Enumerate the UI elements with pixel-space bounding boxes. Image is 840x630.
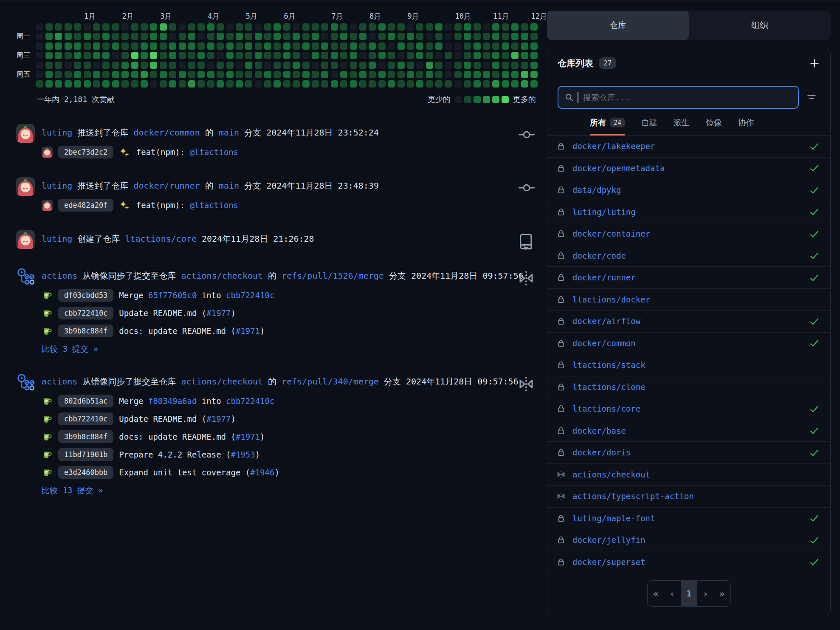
heatmap-cell[interactable] [188,52,195,59]
filter-tab-自建[interactable]: 自建 [641,117,657,136]
page-button-»[interactable]: » [714,581,730,606]
heatmap-cell[interactable] [521,52,528,59]
heatmap-cell[interactable] [464,33,471,40]
heatmap-cell[interactable] [112,80,119,88]
heatmap-cell[interactable] [321,33,328,40]
filter-button[interactable] [801,86,823,109]
inline-link[interactable]: @ltactions [190,201,238,210]
heatmap-cell[interactable] [502,80,509,88]
heatmap-cell[interactable] [474,42,481,50]
repo-link[interactable]: docker/container [572,229,650,238]
heatmap-cell[interactable] [426,62,433,69]
heatmap-cell[interactable] [445,71,452,78]
heatmap-cell[interactable] [102,33,110,40]
heatmap-cell[interactable] [217,52,224,59]
heatmap-cell[interactable] [197,71,205,78]
heatmap-cell[interactable] [331,71,338,78]
inline-link[interactable]: luting [42,234,72,244]
heatmap-cell[interactable] [217,62,224,69]
heatmap-cell[interactable] [236,52,243,59]
compare-commits-link[interactable]: 比较 3 提交 » [42,344,98,353]
inline-link[interactable]: @ltactions [190,147,238,157]
page-button-1[interactable]: 1 [681,581,697,606]
heatmap-cell[interactable] [511,62,519,69]
heatmap-cell[interactable] [255,80,262,88]
heatmap-cell[interactable] [407,62,414,69]
heatmap-cell[interactable] [302,80,310,88]
commit-hash[interactable]: cbb722410c [58,307,113,319]
repo-link[interactable]: ltactions/core [572,404,640,413]
heatmap-cell[interactable] [36,71,43,78]
heatmap-cell[interactable] [454,33,462,40]
heatmap-cell[interactable] [378,33,386,40]
heatmap-cell[interactable] [150,23,157,31]
heatmap-cell[interactable] [331,52,338,59]
heatmap-cell[interactable] [207,52,214,59]
repo-row[interactable]: docker/container [547,223,830,245]
heatmap-cell[interactable] [245,42,252,50]
heatmap-cell[interactable] [160,23,167,31]
heatmap-cell[interactable] [150,80,157,88]
inline-link[interactable]: refs/pull/340/merge [282,376,379,387]
heatmap-cell[interactable] [331,23,338,31]
heatmap-cell[interactable] [179,62,186,69]
heatmap-cell[interactable] [407,71,414,78]
heatmap-cell[interactable] [474,52,481,59]
heatmap-cell[interactable] [426,71,433,78]
heatmap-cell[interactable] [169,71,176,78]
heatmap-cell[interactable] [55,62,62,69]
heatmap-cell[interactable] [502,52,509,59]
heatmap-cell[interactable] [492,52,499,59]
heatmap-cell[interactable] [197,23,205,31]
heatmap-cell[interactable] [483,80,490,88]
heatmap-cell[interactable] [197,42,205,50]
heatmap-cell[interactable] [293,62,300,69]
heatmap-cell[interactable] [112,62,119,69]
heatmap-cell[interactable] [84,33,91,40]
heatmap-cell[interactable] [169,80,176,88]
heatmap-cell[interactable] [226,62,234,69]
user-avatar[interactable] [16,177,35,196]
heatmap-cell[interactable] [530,71,538,78]
heatmap-cell[interactable] [340,80,347,88]
filter-tab-所有[interactable]: 所有24 [590,117,625,136]
heatmap-cell[interactable] [283,33,290,40]
heatmap-cell[interactable] [264,52,271,59]
heatmap-cell[interactable] [359,52,366,59]
heatmap-cell[interactable] [150,71,157,78]
heatmap-cell[interactable] [302,62,310,69]
heatmap-cell[interactable] [74,23,81,31]
heatmap-cell[interactable] [36,23,43,31]
heatmap-cell[interactable] [483,33,490,40]
compare-commits-link[interactable]: 比较 13 提交 » [42,486,103,495]
heatmap-cell[interactable] [397,42,405,50]
heatmap-cell[interactable] [397,62,405,69]
heatmap-cell[interactable] [273,52,281,59]
heatmap-cell[interactable] [55,52,62,59]
heatmap-cell[interactable] [388,33,395,40]
inline-link[interactable]: actions [42,376,77,387]
heatmap-cell[interactable] [350,62,357,69]
heatmap-cell[interactable] [55,23,62,31]
heatmap-cell[interactable] [359,23,366,31]
heatmap-cell[interactable] [350,42,357,50]
heatmap-cell[interactable] [245,62,252,69]
heatmap-cell[interactable] [350,52,357,59]
heatmap-cell[interactable] [302,33,310,40]
repo-row[interactable]: docker/runner [547,267,830,289]
heatmap-cell[interactable] [207,62,214,69]
heatmap-cell[interactable] [160,71,167,78]
heatmap-cell[interactable] [312,33,319,40]
tab-repositories[interactable]: 仓库 [547,11,689,40]
repo-link[interactable]: docker/base [572,426,626,435]
heatmap-cell[interactable] [255,52,262,59]
heatmap-cell[interactable] [150,52,157,59]
heatmap-cell[interactable] [359,62,366,69]
repo-row[interactable]: docker/doris [547,442,830,464]
heatmap-cell[interactable] [397,33,405,40]
heatmap-cell[interactable] [464,42,471,50]
heatmap-cell[interactable] [445,33,452,40]
heatmap-cell[interactable] [188,80,195,88]
heatmap-cell[interactable] [45,80,53,88]
heatmap-cell[interactable] [378,62,386,69]
